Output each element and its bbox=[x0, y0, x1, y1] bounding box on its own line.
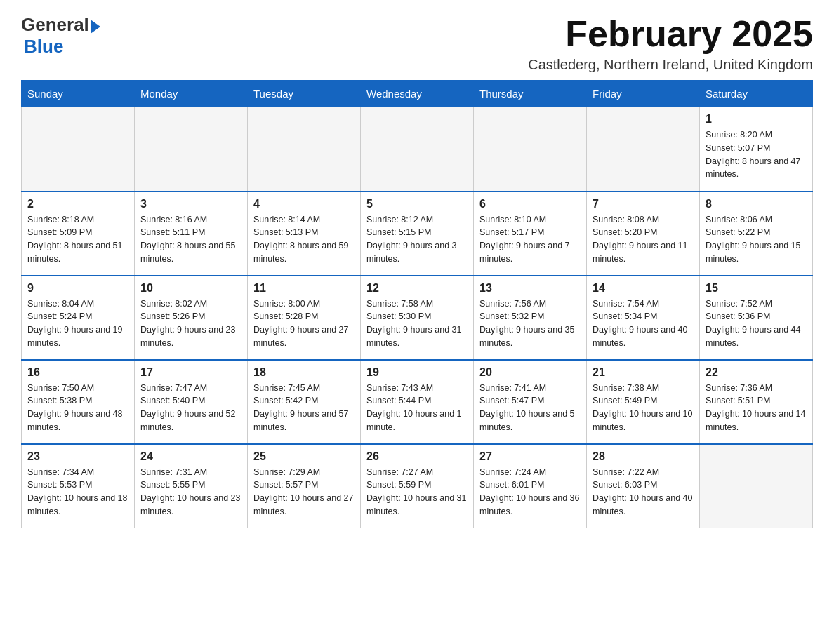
day-sun-info: Sunrise: 7:56 AMSunset: 5:32 PMDaylight:… bbox=[479, 297, 581, 350]
day-sun-info: Sunrise: 7:50 AMSunset: 5:38 PMDaylight:… bbox=[27, 382, 128, 434]
calendar-day-cell: 6Sunrise: 8:10 AMSunset: 5:17 PMDaylight… bbox=[474, 192, 587, 276]
day-number: 18 bbox=[253, 366, 355, 379]
weekday-header-monday: Monday bbox=[135, 81, 248, 107]
calendar-day-cell: 4Sunrise: 8:14 AMSunset: 5:13 PMDaylight… bbox=[248, 192, 361, 276]
day-sun-info: Sunrise: 7:43 AMSunset: 5:44 PMDaylight:… bbox=[366, 382, 468, 434]
calendar-day-cell: 13Sunrise: 7:56 AMSunset: 5:32 PMDayligh… bbox=[474, 276, 587, 360]
calendar-day-cell: 27Sunrise: 7:24 AMSunset: 6:01 PMDayligh… bbox=[474, 444, 587, 528]
weekday-header-sunday: Sunday bbox=[22, 81, 135, 107]
day-sun-info: Sunrise: 7:47 AMSunset: 5:40 PMDaylight:… bbox=[140, 382, 241, 434]
calendar-day-cell: 23Sunrise: 7:34 AMSunset: 5:53 PMDayligh… bbox=[22, 444, 135, 528]
calendar-day-cell: 18Sunrise: 7:45 AMSunset: 5:42 PMDayligh… bbox=[248, 360, 361, 444]
calendar-day-cell: 3Sunrise: 8:16 AMSunset: 5:11 PMDaylight… bbox=[135, 192, 248, 276]
weekday-header-saturday: Saturday bbox=[700, 81, 813, 107]
day-number: 6 bbox=[479, 198, 581, 210]
day-sun-info: Sunrise: 8:20 AMSunset: 5:07 PMDaylight:… bbox=[706, 128, 807, 181]
calendar-day-cell: 1Sunrise: 8:20 AMSunset: 5:07 PMDaylight… bbox=[700, 107, 813, 192]
calendar-day-cell: 17Sunrise: 7:47 AMSunset: 5:40 PMDayligh… bbox=[135, 360, 248, 444]
day-number: 19 bbox=[366, 366, 468, 379]
calendar-table: SundayMondayTuesdayWednesdayThursdayFrid… bbox=[21, 80, 813, 528]
day-sun-info: Sunrise: 8:18 AMSunset: 5:09 PMDaylight:… bbox=[27, 213, 128, 266]
calendar-day-cell: 26Sunrise: 7:27 AMSunset: 5:59 PMDayligh… bbox=[361, 444, 474, 528]
day-sun-info: Sunrise: 7:54 AMSunset: 5:34 PMDaylight:… bbox=[593, 297, 694, 350]
weekday-header-friday: Friday bbox=[587, 81, 700, 107]
day-sun-info: Sunrise: 8:12 AMSunset: 5:15 PMDaylight:… bbox=[366, 213, 468, 266]
calendar-day-cell: 10Sunrise: 8:02 AMSunset: 5:26 PMDayligh… bbox=[135, 276, 248, 360]
day-number: 4 bbox=[253, 198, 355, 210]
day-number: 28 bbox=[593, 450, 694, 463]
day-number: 21 bbox=[593, 366, 694, 379]
day-number: 17 bbox=[140, 366, 241, 379]
day-sun-info: Sunrise: 7:29 AMSunset: 5:57 PMDaylight:… bbox=[253, 466, 355, 518]
day-sun-info: Sunrise: 7:22 AMSunset: 6:03 PMDaylight:… bbox=[593, 466, 694, 518]
calendar-day-cell: 9Sunrise: 8:04 AMSunset: 5:24 PMDaylight… bbox=[22, 276, 135, 360]
calendar-day-cell: 5Sunrise: 8:12 AMSunset: 5:15 PMDaylight… bbox=[361, 192, 474, 276]
day-number: 13 bbox=[479, 282, 581, 295]
day-sun-info: Sunrise: 7:38 AMSunset: 5:49 PMDaylight:… bbox=[593, 382, 694, 434]
weekday-header-wednesday: Wednesday bbox=[361, 81, 474, 107]
day-sun-info: Sunrise: 7:45 AMSunset: 5:42 PMDaylight:… bbox=[253, 382, 355, 434]
calendar-day-cell: 20Sunrise: 7:41 AMSunset: 5:47 PMDayligh… bbox=[474, 360, 587, 444]
calendar-day-cell: 24Sunrise: 7:31 AMSunset: 5:55 PMDayligh… bbox=[135, 444, 248, 528]
day-sun-info: Sunrise: 8:16 AMSunset: 5:11 PMDaylight:… bbox=[140, 213, 241, 266]
calendar-day-cell bbox=[135, 107, 248, 192]
day-number: 14 bbox=[593, 282, 694, 295]
weekday-header-tuesday: Tuesday bbox=[248, 81, 361, 107]
calendar-day-cell bbox=[700, 444, 813, 528]
calendar-day-cell: 8Sunrise: 8:06 AMSunset: 5:22 PMDaylight… bbox=[700, 192, 813, 276]
calendar-day-cell: 25Sunrise: 7:29 AMSunset: 5:57 PMDayligh… bbox=[248, 444, 361, 528]
weekday-header-row: SundayMondayTuesdayWednesdayThursdayFrid… bbox=[22, 81, 813, 107]
weekday-header-thursday: Thursday bbox=[474, 81, 587, 107]
calendar-day-cell bbox=[361, 107, 474, 192]
day-sun-info: Sunrise: 8:02 AMSunset: 5:26 PMDaylight:… bbox=[140, 297, 241, 350]
day-sun-info: Sunrise: 7:34 AMSunset: 5:53 PMDaylight:… bbox=[27, 466, 128, 518]
calendar-day-cell: 15Sunrise: 7:52 AMSunset: 5:36 PMDayligh… bbox=[700, 276, 813, 360]
day-sun-info: Sunrise: 8:00 AMSunset: 5:28 PMDaylight:… bbox=[253, 297, 355, 350]
calendar-day-cell: 12Sunrise: 7:58 AMSunset: 5:30 PMDayligh… bbox=[361, 276, 474, 360]
calendar-day-cell bbox=[22, 107, 135, 192]
calendar-day-cell bbox=[587, 107, 700, 192]
title-section: February 2025 Castlederg, Northern Irela… bbox=[528, 14, 813, 73]
calendar-day-cell: 11Sunrise: 8:00 AMSunset: 5:28 PMDayligh… bbox=[248, 276, 361, 360]
day-number: 9 bbox=[27, 282, 128, 295]
day-sun-info: Sunrise: 8:08 AMSunset: 5:20 PMDaylight:… bbox=[593, 213, 694, 266]
day-number: 7 bbox=[593, 198, 694, 210]
day-number: 23 bbox=[27, 450, 128, 463]
day-number: 27 bbox=[479, 450, 581, 463]
logo-general-text: General bbox=[21, 14, 89, 36]
day-number: 20 bbox=[479, 366, 581, 379]
calendar-week-row: 1Sunrise: 8:20 AMSunset: 5:07 PMDaylight… bbox=[22, 107, 813, 192]
calendar-week-row: 16Sunrise: 7:50 AMSunset: 5:38 PMDayligh… bbox=[22, 360, 813, 444]
calendar-week-row: 9Sunrise: 8:04 AMSunset: 5:24 PMDaylight… bbox=[22, 276, 813, 360]
day-number: 10 bbox=[140, 282, 241, 295]
day-number: 25 bbox=[253, 450, 355, 463]
logo-blue-text: Blue bbox=[24, 36, 63, 58]
calendar-day-cell: 28Sunrise: 7:22 AMSunset: 6:03 PMDayligh… bbox=[587, 444, 700, 528]
logo-arrow-icon bbox=[91, 20, 100, 34]
day-sun-info: Sunrise: 7:27 AMSunset: 5:59 PMDaylight:… bbox=[366, 466, 468, 518]
day-number: 15 bbox=[706, 282, 807, 295]
calendar-day-cell: 21Sunrise: 7:38 AMSunset: 5:49 PMDayligh… bbox=[587, 360, 700, 444]
day-sun-info: Sunrise: 7:52 AMSunset: 5:36 PMDaylight:… bbox=[706, 297, 807, 350]
calendar-day-cell: 22Sunrise: 7:36 AMSunset: 5:51 PMDayligh… bbox=[700, 360, 813, 444]
page-header: General Blue February 2025 Castlederg, N… bbox=[21, 14, 813, 73]
day-number: 2 bbox=[27, 198, 128, 210]
calendar-day-cell: 16Sunrise: 7:50 AMSunset: 5:38 PMDayligh… bbox=[22, 360, 135, 444]
calendar-day-cell: 7Sunrise: 8:08 AMSunset: 5:20 PMDaylight… bbox=[587, 192, 700, 276]
day-sun-info: Sunrise: 7:58 AMSunset: 5:30 PMDaylight:… bbox=[366, 297, 468, 350]
day-number: 3 bbox=[140, 198, 241, 210]
calendar-day-cell: 19Sunrise: 7:43 AMSunset: 5:44 PMDayligh… bbox=[361, 360, 474, 444]
month-year-title: February 2025 bbox=[528, 14, 813, 54]
calendar-week-row: 23Sunrise: 7:34 AMSunset: 5:53 PMDayligh… bbox=[22, 444, 813, 528]
day-sun-info: Sunrise: 8:06 AMSunset: 5:22 PMDaylight:… bbox=[706, 213, 807, 266]
day-number: 8 bbox=[706, 198, 807, 210]
day-sun-info: Sunrise: 7:31 AMSunset: 5:55 PMDaylight:… bbox=[140, 466, 241, 518]
location-subtitle: Castlederg, Northern Ireland, United Kin… bbox=[528, 57, 813, 73]
day-number: 22 bbox=[706, 366, 807, 379]
calendar-week-row: 2Sunrise: 8:18 AMSunset: 5:09 PMDaylight… bbox=[22, 192, 813, 276]
day-number: 5 bbox=[366, 198, 468, 210]
day-sun-info: Sunrise: 8:04 AMSunset: 5:24 PMDaylight:… bbox=[27, 297, 128, 350]
calendar-day-cell: 14Sunrise: 7:54 AMSunset: 5:34 PMDayligh… bbox=[587, 276, 700, 360]
calendar-day-cell: 2Sunrise: 8:18 AMSunset: 5:09 PMDaylight… bbox=[22, 192, 135, 276]
day-sun-info: Sunrise: 7:24 AMSunset: 6:01 PMDaylight:… bbox=[479, 466, 581, 518]
